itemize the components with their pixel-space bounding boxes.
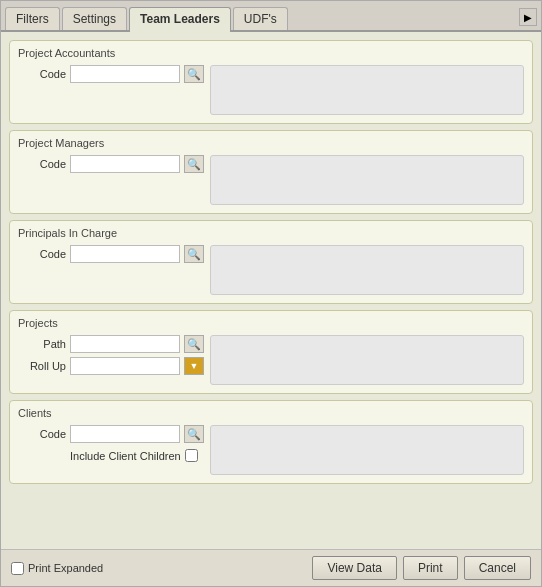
section-body-project-accountants: Code 🔍 <box>18 65 524 115</box>
print-button[interactable]: Print <box>403 556 458 580</box>
field-row-proj-rollup: Roll Up ▼ <box>18 357 204 375</box>
tab-arrow-icon: ▶ <box>524 12 532 23</box>
section-body-clients: Code 🔍 Include Client Children <box>18 425 524 475</box>
section-project-accountants: Project Accountants Code 🔍 <box>9 40 533 124</box>
pm-result-area <box>210 155 524 205</box>
pm-code-input[interactable] <box>70 155 180 173</box>
section-title-project-managers: Project Managers <box>18 137 524 149</box>
section-left-principals: Code 🔍 <box>18 245 204 295</box>
dropdown-arrow-icon: ▼ <box>190 361 199 371</box>
proj-rollup-label: Roll Up <box>18 360 66 372</box>
section-left-clients: Code 🔍 Include Client Children <box>18 425 204 475</box>
field-row-pic-code: Code 🔍 <box>18 245 204 263</box>
section-title-projects: Projects <box>18 317 524 329</box>
section-title-principals: Principals In Charge <box>18 227 524 239</box>
pm-code-search-button[interactable]: 🔍 <box>184 155 204 173</box>
proj-path-search-icon: 🔍 <box>187 338 201 351</box>
section-projects: Projects Path 🔍 Roll Up ▼ <box>9 310 533 394</box>
field-row-pa-code: Code 🔍 <box>18 65 204 83</box>
tab-bar: Filters Settings Team Leaders UDF's ▶ <box>1 1 541 32</box>
proj-result-area <box>210 335 524 385</box>
footer-left: Print Expanded <box>11 562 306 575</box>
section-title-clients: Clients <box>18 407 524 419</box>
section-title-project-accountants: Project Accountants <box>18 47 524 59</box>
section-clients: Clients Code 🔍 Include Client Children <box>9 400 533 484</box>
view-data-button[interactable]: View Data <box>312 556 396 580</box>
section-left-project-managers: Code 🔍 <box>18 155 204 205</box>
print-expanded-label: Print Expanded <box>28 562 103 574</box>
section-body-projects: Path 🔍 Roll Up ▼ <box>18 335 524 385</box>
tab-udfs[interactable]: UDF's <box>233 7 288 30</box>
pm-code-label: Code <box>18 158 66 170</box>
pa-code-input[interactable] <box>70 65 180 83</box>
footer: Print Expanded View Data Print Cancel <box>1 549 541 586</box>
pa-result-area <box>210 65 524 115</box>
tab-team-leaders[interactable]: Team Leaders <box>129 7 231 32</box>
proj-path-search-button[interactable]: 🔍 <box>184 335 204 353</box>
cli-code-input[interactable] <box>70 425 180 443</box>
section-body-project-managers: Code 🔍 <box>18 155 524 205</box>
pic-code-input[interactable] <box>70 245 180 263</box>
pa-search-icon: 🔍 <box>187 68 201 81</box>
proj-rollup-dropdown-button[interactable]: ▼ <box>184 357 204 375</box>
main-content: Project Accountants Code 🔍 Project Manag… <box>1 32 541 549</box>
cli-search-icon: 🔍 <box>187 428 201 441</box>
main-window: Filters Settings Team Leaders UDF's ▶ Pr… <box>0 0 542 587</box>
tab-filters[interactable]: Filters <box>5 7 60 30</box>
cli-code-label: Code <box>18 428 66 440</box>
proj-path-label: Path <box>18 338 66 350</box>
include-client-children-label: Include Client Children <box>70 450 181 462</box>
proj-path-input[interactable] <box>70 335 180 353</box>
include-client-children-row: Include Client Children <box>70 449 204 462</box>
tab-scroll-arrow[interactable]: ▶ <box>519 8 537 26</box>
print-expanded-checkbox[interactable] <box>11 562 24 575</box>
pic-result-area <box>210 245 524 295</box>
tab-settings[interactable]: Settings <box>62 7 127 30</box>
pa-code-label: Code <box>18 68 66 80</box>
field-row-proj-path: Path 🔍 <box>18 335 204 353</box>
section-left-project-accountants: Code 🔍 <box>18 65 204 115</box>
include-client-children-checkbox[interactable] <box>185 449 198 462</box>
pm-search-icon: 🔍 <box>187 158 201 171</box>
section-left-projects: Path 🔍 Roll Up ▼ <box>18 335 204 385</box>
section-body-principals: Code 🔍 <box>18 245 524 295</box>
cancel-button[interactable]: Cancel <box>464 556 531 580</box>
field-row-cli-code: Code 🔍 <box>18 425 204 443</box>
field-row-pm-code: Code 🔍 <box>18 155 204 173</box>
proj-rollup-input[interactable] <box>70 357 180 375</box>
pa-code-search-button[interactable]: 🔍 <box>184 65 204 83</box>
cli-result-area <box>210 425 524 475</box>
section-project-managers: Project Managers Code 🔍 <box>9 130 533 214</box>
cli-code-search-button[interactable]: 🔍 <box>184 425 204 443</box>
pic-search-icon: 🔍 <box>187 248 201 261</box>
pic-code-label: Code <box>18 248 66 260</box>
section-principals-in-charge: Principals In Charge Code 🔍 <box>9 220 533 304</box>
pic-code-search-button[interactable]: 🔍 <box>184 245 204 263</box>
